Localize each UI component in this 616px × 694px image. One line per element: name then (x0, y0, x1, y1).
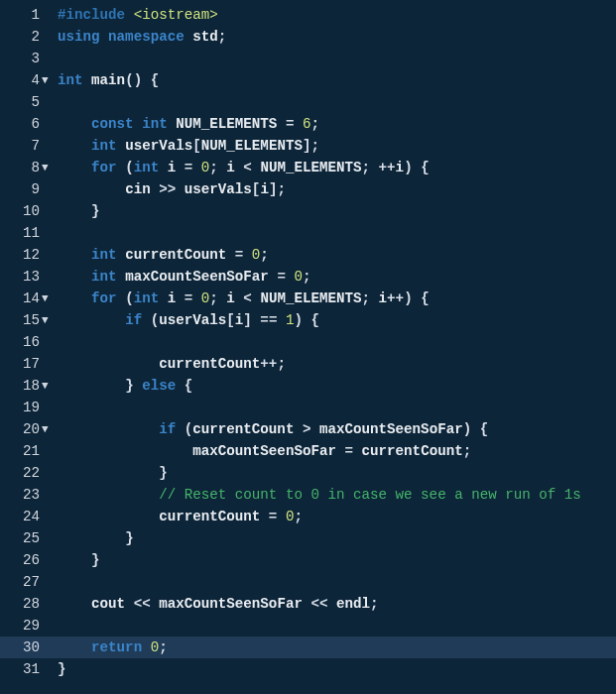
line-number: 27 (0, 571, 42, 593)
code-line: 21 maxCountSeenSoFar = currentCount; (0, 440, 616, 462)
code-line: 30 return 0; (0, 636, 616, 658)
line-number: 3 (0, 48, 42, 69)
code-content[interactable]: } (58, 527, 616, 549)
line-number: 11 (0, 222, 42, 244)
code-content[interactable]: } (58, 462, 616, 484)
code-content[interactable]: } (58, 200, 616, 222)
code-line: 16 (0, 331, 616, 353)
code-line: 29 (0, 615, 616, 636)
code-content[interactable]: } else { (58, 375, 616, 397)
code-content[interactable]: if (currentCount > maxCountSeenSoFar) { (58, 418, 616, 440)
code-line: 18▼ } else { (0, 375, 616, 397)
code-content[interactable]: cout << maxCountSeenSoFar << endl; (58, 593, 616, 615)
code-content[interactable]: if (userVals[i] == 1) { (58, 309, 616, 331)
code-line: 5 (0, 91, 616, 113)
code-line: 4▼int main() { (0, 69, 616, 91)
code-line: 20▼ if (currentCount > maxCountSeenSoFar… (0, 418, 616, 440)
code-content[interactable]: // Reset count to 0 in case we see a new… (58, 484, 616, 506)
line-number: 22 (0, 462, 42, 484)
code-content[interactable]: const int NUM_ELEMENTS = 6; (58, 113, 616, 135)
line-number: 8 (0, 157, 42, 178)
line-number: 20 (0, 418, 42, 440)
line-number: 13 (0, 266, 42, 288)
line-number: 1 (0, 4, 42, 26)
code-content[interactable]: int userVals[NUM_ELEMENTS]; (58, 135, 616, 157)
code-line: 15▼ if (userVals[i] == 1) { (0, 309, 616, 331)
code-line: 27 (0, 571, 616, 593)
line-number: 12 (0, 244, 42, 266)
code-line: 9 cin >> userVals[i]; (0, 178, 616, 200)
line-number: 28 (0, 593, 42, 615)
code-line: 19 (0, 397, 616, 418)
code-editor: 1#include <iostream>2using namespace std… (0, 0, 616, 680)
code-line: 28 cout << maxCountSeenSoFar << endl; (0, 593, 616, 615)
code-content[interactable]: using namespace std; (58, 26, 616, 48)
code-line: 14▼ for (int i = 0; i < NUM_ELEMENTS; i+… (0, 288, 616, 309)
code-content[interactable]: currentCount++; (58, 353, 616, 375)
code-content[interactable]: return 0; (58, 636, 616, 658)
code-content[interactable]: cin >> userVals[i]; (58, 178, 616, 200)
code-content[interactable]: } (58, 549, 616, 571)
line-number: 25 (0, 527, 42, 549)
line-number: 9 (0, 178, 42, 200)
code-line: 12 int currentCount = 0; (0, 244, 616, 266)
line-number: 10 (0, 200, 42, 222)
code-line: 2using namespace std; (0, 26, 616, 48)
line-number: 2 (0, 26, 42, 48)
fold-indicator[interactable]: ▼ (42, 418, 58, 440)
code-content[interactable]: #include <iostream> (58, 4, 616, 26)
code-content[interactable]: int main() { (58, 69, 616, 91)
fold-indicator[interactable]: ▼ (42, 69, 58, 91)
fold-indicator[interactable]: ▼ (42, 309, 58, 331)
line-number: 24 (0, 506, 42, 527)
line-number: 26 (0, 549, 42, 571)
line-number: 29 (0, 615, 42, 636)
code-line: 26 } (0, 549, 616, 571)
code-content[interactable]: currentCount = 0; (58, 506, 616, 527)
fold-indicator[interactable]: ▼ (42, 157, 58, 178)
line-number: 7 (0, 135, 42, 157)
line-number: 31 (0, 658, 42, 680)
code-content[interactable]: for (int i = 0; i < NUM_ELEMENTS; ++i) { (58, 157, 616, 178)
line-number: 15 (0, 309, 42, 331)
code-line: 24 currentCount = 0; (0, 506, 616, 527)
code-line: 3 (0, 48, 616, 69)
fold-indicator[interactable]: ▼ (42, 375, 58, 397)
line-number: 14 (0, 288, 42, 309)
line-number: 23 (0, 484, 42, 506)
fold-indicator[interactable]: ▼ (42, 288, 58, 309)
code-content[interactable]: int currentCount = 0; (58, 244, 616, 266)
line-number: 19 (0, 397, 42, 418)
code-line: 17 currentCount++; (0, 353, 616, 375)
line-number: 4 (0, 69, 42, 91)
line-number: 21 (0, 440, 42, 462)
code-line: 31} (0, 658, 616, 680)
code-line: 11 (0, 222, 616, 244)
code-content[interactable]: maxCountSeenSoFar = currentCount; (58, 440, 616, 462)
line-number: 17 (0, 353, 42, 375)
code-line: 23 // Reset count to 0 in case we see a … (0, 484, 616, 506)
code-line: 6 const int NUM_ELEMENTS = 6; (0, 113, 616, 135)
code-line: 13 int maxCountSeenSoFar = 0; (0, 266, 616, 288)
code-content[interactable]: } (58, 658, 616, 680)
line-number: 6 (0, 113, 42, 135)
line-number: 5 (0, 91, 42, 113)
line-number: 16 (0, 331, 42, 353)
line-number: 18 (0, 375, 42, 397)
code-line: 22 } (0, 462, 616, 484)
line-number: 30 (0, 636, 42, 658)
code-line: 1#include <iostream> (0, 4, 616, 26)
code-line: 10 } (0, 200, 616, 222)
code-content[interactable]: for (int i = 0; i < NUM_ELEMENTS; i++) { (58, 288, 616, 309)
code-line: 8▼ for (int i = 0; i < NUM_ELEMENTS; ++i… (0, 157, 616, 178)
code-line: 7 int userVals[NUM_ELEMENTS]; (0, 135, 616, 157)
code-line: 25 } (0, 527, 616, 549)
code-content[interactable]: int maxCountSeenSoFar = 0; (58, 266, 616, 288)
